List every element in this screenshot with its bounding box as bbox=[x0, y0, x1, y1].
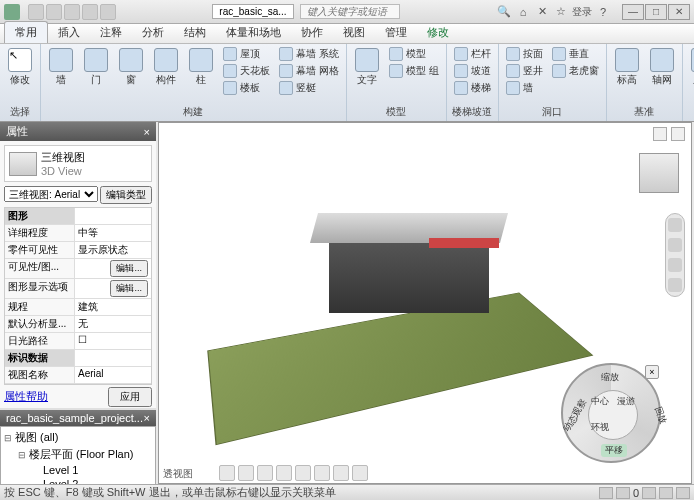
model-group-button[interactable]: 模型 组 bbox=[386, 63, 442, 79]
stair-button[interactable]: 楼梯 bbox=[451, 80, 494, 96]
tab-home[interactable]: 常用 bbox=[4, 21, 48, 43]
disp-options-edit-button[interactable]: 编辑... bbox=[110, 280, 148, 297]
viewport-restore-icon[interactable] bbox=[653, 127, 667, 141]
opening-face-button[interactable]: 按面 bbox=[503, 46, 546, 62]
wall-button[interactable]: 墙 bbox=[45, 46, 77, 87]
tab-view[interactable]: 视图 bbox=[333, 22, 375, 43]
maximize-button[interactable]: □ bbox=[645, 4, 667, 20]
tab-annotate[interactable]: 注释 bbox=[90, 22, 132, 43]
subscription-icon[interactable]: ⌂ bbox=[515, 4, 531, 20]
railing-button[interactable]: 栏杆 bbox=[451, 46, 494, 62]
qat-open-icon[interactable] bbox=[28, 4, 44, 20]
qat-print-icon[interactable] bbox=[100, 4, 116, 20]
room-button[interactable]: 房间 bbox=[687, 46, 694, 87]
hide-icon[interactable] bbox=[352, 465, 368, 481]
curtain-system-button[interactable]: 幕墙 系统 bbox=[276, 46, 342, 62]
discipline-field[interactable]: 建筑 bbox=[75, 299, 151, 315]
window-button[interactable]: 窗 bbox=[115, 46, 147, 87]
search-input[interactable] bbox=[300, 4, 400, 19]
wheel-pan[interactable]: 平移 bbox=[601, 444, 627, 457]
tab-analyze[interactable]: 分析 bbox=[132, 22, 174, 43]
viewport-3d[interactable]: 缩放 中心 漫游 动态观察 环视 平移 回放 × 透视图 bbox=[158, 122, 692, 484]
wheel-orbit[interactable]: 动态观察 bbox=[560, 397, 589, 435]
tree-floor-plans[interactable]: ⊟楼层平面 (Floor Plan) bbox=[17, 446, 153, 463]
modify-button[interactable]: ↖修改 bbox=[4, 46, 36, 87]
tab-modify[interactable]: 修改 bbox=[417, 22, 459, 43]
wheel-look[interactable]: 环视 bbox=[591, 421, 609, 434]
exchange-icon[interactable]: ✕ bbox=[534, 4, 550, 20]
wheel-center[interactable]: 中心 bbox=[591, 395, 609, 408]
qat-undo-icon[interactable] bbox=[64, 4, 80, 20]
vis-graphics-edit-button[interactable]: 编辑... bbox=[110, 260, 148, 277]
apply-button[interactable]: 应用 bbox=[108, 387, 152, 407]
view-selector[interactable]: 三维视图: Aerial bbox=[4, 186, 98, 202]
tab-structure[interactable]: 结构 bbox=[174, 22, 216, 43]
login-button[interactable]: 登录 bbox=[572, 4, 592, 20]
mullion-button[interactable]: 竖梃 bbox=[276, 80, 342, 96]
tab-massing[interactable]: 体量和场地 bbox=[216, 22, 291, 43]
infocenter-search-icon[interactable]: 🔍 bbox=[496, 4, 512, 20]
floor-button[interactable]: 楼板 bbox=[220, 80, 273, 96]
sb-filter-icon[interactable] bbox=[659, 487, 673, 499]
level-button[interactable]: 标高 bbox=[611, 46, 643, 87]
opening-shaft-button[interactable]: 竖井 bbox=[503, 63, 546, 79]
ceiling-button[interactable]: 天花板 bbox=[220, 63, 273, 79]
model-line-button[interactable]: 模型 bbox=[386, 46, 442, 62]
render-icon[interactable] bbox=[314, 465, 330, 481]
sunpath-checkbox[interactable]: ☐ bbox=[75, 333, 151, 349]
viewcube[interactable] bbox=[639, 153, 679, 193]
shadow-icon[interactable] bbox=[295, 465, 311, 481]
wheel-back[interactable]: 回放 bbox=[651, 405, 669, 426]
properties-help-link[interactable]: 属性帮助 bbox=[4, 389, 48, 404]
help-icon[interactable]: ? bbox=[595, 4, 611, 20]
analysis-field[interactable]: 无 bbox=[75, 316, 151, 332]
tree-item[interactable]: Level 1 bbox=[31, 463, 153, 477]
sb-drag-icon[interactable] bbox=[676, 487, 690, 499]
crop-icon[interactable] bbox=[333, 465, 349, 481]
nav-zoom-icon[interactable] bbox=[668, 258, 682, 272]
browser-close-icon[interactable]: × bbox=[144, 412, 150, 424]
nav-pan-icon[interactable] bbox=[668, 238, 682, 252]
ramp-button[interactable]: 坡道 bbox=[451, 63, 494, 79]
nav-wheel-icon[interactable] bbox=[668, 218, 682, 232]
tree-root[interactable]: ⊟视图 (all) bbox=[3, 429, 153, 446]
sun-icon[interactable] bbox=[276, 465, 292, 481]
panel-opening: 按面 竖井 墙 垂直 老虎窗 洞口 bbox=[499, 44, 607, 121]
wheel-zoom[interactable]: 缩放 bbox=[601, 371, 619, 384]
viewport-max-icon[interactable] bbox=[671, 127, 685, 141]
component-button[interactable]: 构件 bbox=[150, 46, 182, 87]
curtain-grid-button[interactable]: 幕墙 网格 bbox=[276, 63, 342, 79]
visual-style-icon[interactable] bbox=[257, 465, 273, 481]
view-name-field[interactable]: Aerial bbox=[75, 367, 151, 383]
tab-collaborate[interactable]: 协作 bbox=[291, 22, 333, 43]
favorite-icon[interactable]: ☆ bbox=[553, 4, 569, 20]
opening-vertical-button[interactable]: 垂直 bbox=[549, 46, 602, 62]
tab-insert[interactable]: 插入 bbox=[48, 22, 90, 43]
detail-level-field[interactable]: 中等 bbox=[75, 225, 151, 241]
model-text-button[interactable]: 文字 bbox=[351, 46, 383, 87]
edit-type-button[interactable]: 编辑类型 bbox=[100, 186, 152, 204]
minimize-button[interactable]: — bbox=[622, 4, 644, 20]
properties-close-icon[interactable]: × bbox=[144, 126, 150, 138]
qat-redo-icon[interactable] bbox=[82, 4, 98, 20]
tab-manage[interactable]: 管理 bbox=[375, 22, 417, 43]
sb-select-icon[interactable] bbox=[642, 487, 656, 499]
qat-save-icon[interactable] bbox=[46, 4, 62, 20]
grid-button[interactable]: 轴网 bbox=[646, 46, 678, 87]
wheel-rewind[interactable]: 漫游 bbox=[617, 395, 635, 408]
scale-icon[interactable] bbox=[219, 465, 235, 481]
roof-button[interactable]: 屋顶 bbox=[220, 46, 273, 62]
column-button[interactable]: 柱 bbox=[185, 46, 217, 87]
door-button[interactable]: 门 bbox=[80, 46, 112, 87]
wheel-close-icon[interactable]: × bbox=[645, 365, 659, 379]
opening-wall-button[interactable]: 墙 bbox=[503, 80, 546, 96]
opening-dormer-button[interactable]: 老虎窗 bbox=[549, 63, 602, 79]
sb-workset-icon[interactable] bbox=[599, 487, 613, 499]
steering-wheel[interactable]: 缩放 中心 漫游 动态观察 环视 平移 回放 × bbox=[561, 363, 661, 463]
sb-editable-icon[interactable] bbox=[616, 487, 630, 499]
parts-vis-field[interactable]: 显示原状态 bbox=[75, 242, 151, 258]
app-icon[interactable] bbox=[4, 4, 20, 20]
detail-icon[interactable] bbox=[238, 465, 254, 481]
nav-orbit-icon[interactable] bbox=[668, 278, 682, 292]
close-button[interactable]: ✕ bbox=[668, 4, 690, 20]
